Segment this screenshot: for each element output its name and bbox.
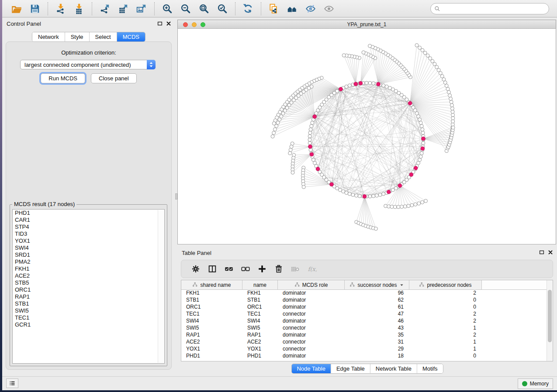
cell-shared-name[interactable]: SWI4 bbox=[181, 318, 242, 324]
network-window-titlebar[interactable]: YPA_prune.txt_1 bbox=[177, 20, 556, 29]
network-graph[interactable] bbox=[178, 29, 556, 244]
close-panel-button[interactable]: Close panel bbox=[91, 73, 137, 83]
run-mcds-button[interactable]: Run MCDS bbox=[41, 73, 85, 83]
cell-successor-nodes[interactable]: 35 bbox=[345, 332, 409, 338]
cell-predecessor-nodes[interactable]: 2 bbox=[409, 318, 482, 324]
search-box[interactable] bbox=[430, 3, 549, 14]
cell-name[interactable]: FKH1 bbox=[242, 290, 278, 296]
cell-successor-nodes[interactable]: 31 bbox=[345, 339, 409, 345]
deselect-all-icon[interactable] bbox=[240, 263, 251, 275]
cell-MCDS-role[interactable]: connector bbox=[278, 325, 345, 331]
open-folder-icon[interactable] bbox=[10, 2, 23, 15]
mcds-result-item[interactable]: ACE2 bbox=[13, 272, 164, 279]
add-column-icon[interactable] bbox=[256, 263, 268, 275]
mcds-result-item[interactable]: GCR1 bbox=[13, 321, 164, 328]
cell-shared-name[interactable]: YOX1 bbox=[181, 346, 242, 352]
tab-style[interactable]: Style bbox=[65, 32, 90, 41]
save-icon[interactable] bbox=[28, 2, 42, 15]
table-row[interactable]: TEC1TEC1connector472 bbox=[181, 310, 547, 317]
zoom-out-icon[interactable] bbox=[179, 2, 192, 15]
mcds-result-item[interactable]: CAR1 bbox=[13, 217, 164, 224]
cell-shared-name[interactable]: FKH1 bbox=[181, 290, 242, 296]
cell-shared-name[interactable]: RAP1 bbox=[181, 332, 242, 338]
column-header-shared-name[interactable]: shared name bbox=[181, 280, 242, 289]
delete-column-icon[interactable] bbox=[273, 263, 284, 275]
mcds-result-list[interactable]: PHD1CAR1STP4TID3YOX1SWI4SRD1PMA2FKH1ACE2… bbox=[12, 209, 165, 364]
cell-name[interactable]: SWI5 bbox=[242, 325, 278, 331]
cell-name[interactable]: STB1 bbox=[242, 297, 278, 303]
mcds-result-item[interactable]: PHD1 bbox=[13, 210, 164, 217]
tab-motifs[interactable]: Motifs bbox=[417, 364, 443, 373]
scrollbar-thumb[interactable] bbox=[548, 290, 552, 342]
cell-shared-name[interactable]: ORC1 bbox=[181, 304, 242, 310]
table-row[interactable]: ORC1ORC1dominator610 bbox=[181, 303, 547, 310]
hide-graphics-details-icon[interactable] bbox=[304, 2, 317, 15]
cell-shared-name[interactable]: TEC1 bbox=[181, 311, 242, 317]
mcds-result-item[interactable]: ORC1 bbox=[13, 286, 164, 293]
cell-predecessor-nodes[interactable]: 2 bbox=[409, 290, 482, 296]
cell-MCDS-role[interactable]: dominator bbox=[278, 332, 345, 338]
cell-name[interactable]: RAP1 bbox=[242, 332, 278, 338]
table-row[interactable]: RAP1RAP1dominator352 bbox=[181, 331, 547, 338]
result-list-scrollbar[interactable] bbox=[158, 210, 164, 363]
clone-network-icon[interactable] bbox=[267, 2, 280, 15]
cell-name[interactable]: SWI4 bbox=[242, 318, 278, 324]
mcds-result-item[interactable]: TEC1 bbox=[13, 314, 164, 321]
cell-name[interactable]: ACE2 bbox=[242, 339, 278, 345]
import-table-icon[interactable] bbox=[73, 2, 86, 15]
zoom-selected-icon[interactable] bbox=[216, 2, 229, 15]
import-network-icon[interactable] bbox=[54, 2, 67, 15]
cell-successor-nodes[interactable]: 18 bbox=[345, 353, 409, 359]
split-panel-icon[interactable] bbox=[207, 263, 218, 275]
settings-icon[interactable] bbox=[190, 263, 201, 275]
cell-shared-name[interactable]: ACE2 bbox=[181, 339, 242, 345]
cell-name[interactable]: TEC1 bbox=[242, 311, 278, 317]
cell-predecessor-nodes[interactable]: 1 bbox=[409, 346, 482, 352]
table-row[interactable]: STB1STB1dominator620 bbox=[181, 296, 547, 303]
tab-network-table[interactable]: Network Table bbox=[370, 364, 417, 373]
mcds-result-item[interactable]: YOX1 bbox=[13, 237, 164, 244]
cell-predecessor-nodes[interactable]: 0 bbox=[409, 353, 482, 359]
close-table-panel-icon[interactable] bbox=[547, 249, 554, 255]
column-header-MCDS-role[interactable]: MCDS role bbox=[278, 280, 345, 289]
table-row[interactable]: ACE2ACE2connector311 bbox=[181, 338, 547, 345]
cell-successor-nodes[interactable]: 96 bbox=[345, 290, 409, 296]
cell-MCDS-role[interactable]: dominator bbox=[278, 297, 345, 303]
mcds-result-item[interactable]: SWI5 bbox=[13, 307, 164, 314]
cell-predecessor-nodes[interactable]: 2 bbox=[409, 332, 482, 338]
cell-successor-nodes[interactable]: 29 bbox=[345, 346, 409, 352]
zoom-fit-icon[interactable] bbox=[197, 2, 211, 15]
table-scrollbar[interactable] bbox=[547, 280, 553, 361]
mcds-result-item[interactable]: STB5 bbox=[13, 279, 164, 286]
cell-shared-name[interactable]: STB1 bbox=[181, 297, 242, 303]
cell-MCDS-role[interactable]: dominator bbox=[278, 318, 345, 324]
cell-predecessor-nodes[interactable]: 1 bbox=[409, 339, 482, 345]
table-row[interactable]: SWI4SWI4dominator462 bbox=[181, 317, 547, 324]
close-panel-icon[interactable] bbox=[166, 21, 172, 27]
tab-network[interactable]: Network bbox=[32, 32, 65, 41]
mcds-result-item[interactable]: SRD1 bbox=[13, 251, 164, 258]
show-graphics-details-icon[interactable] bbox=[322, 2, 336, 15]
table-row[interactable]: PHD1PHD1dominator180 bbox=[181, 352, 547, 359]
cell-predecessor-nodes[interactable]: 1 bbox=[409, 325, 482, 331]
cell-MCDS-role[interactable]: dominator bbox=[278, 353, 345, 359]
table-row[interactable]: YOX1YOX1connector291 bbox=[181, 345, 547, 352]
cell-name[interactable]: PHD1 bbox=[242, 353, 278, 359]
tab-select[interactable]: Select bbox=[90, 32, 117, 41]
cell-predecessor-nodes[interactable]: 0 bbox=[409, 304, 482, 310]
cell-MCDS-role[interactable]: connector bbox=[278, 339, 345, 345]
search-input[interactable] bbox=[440, 4, 545, 14]
memory-button[interactable]: Memory bbox=[518, 378, 553, 389]
table-row[interactable]: FKH1FKH1dominator962 bbox=[181, 289, 547, 296]
cell-MCDS-role[interactable]: connector bbox=[278, 346, 345, 352]
export-table-icon[interactable] bbox=[117, 2, 130, 15]
export-image-icon[interactable] bbox=[135, 2, 148, 15]
cell-MCDS-role[interactable]: dominator bbox=[278, 304, 345, 310]
cell-successor-nodes[interactable]: 61 bbox=[345, 304, 409, 310]
mcds-result-item[interactable]: SWI4 bbox=[13, 244, 164, 251]
mcds-result-item[interactable]: STP4 bbox=[13, 224, 164, 230]
column-header-successor-nodes[interactable]: successor nodes bbox=[345, 280, 409, 289]
cell-successor-nodes[interactable]: 46 bbox=[345, 318, 409, 324]
cell-name[interactable]: YOX1 bbox=[242, 346, 278, 352]
cell-successor-nodes[interactable]: 43 bbox=[345, 325, 409, 331]
